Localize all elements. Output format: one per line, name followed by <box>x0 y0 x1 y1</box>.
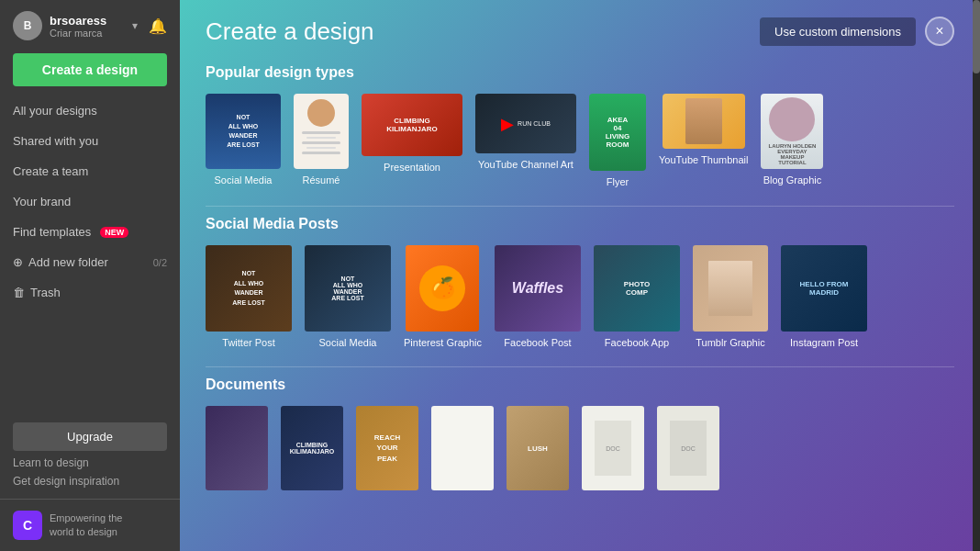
fb-post-thumb: Waffles <box>495 245 581 332</box>
social2-thumb: NOTALL WHOWANDERARE LOST <box>305 245 391 332</box>
template-social2[interactable]: NOTALL WHOWANDERARE LOST Social Media <box>305 245 391 348</box>
template-fb-post[interactable]: Waffles Facebook Post <box>495 245 581 348</box>
brand-label: Your brand <box>13 195 71 208</box>
pinterest-thumb: 🍊 <box>406 245 479 332</box>
instagram-label: Instagram Post <box>790 337 858 348</box>
social-posts-section: Social Media Posts NOTALL WHOWANDERARE L… <box>180 207 980 366</box>
doc7-thumb: DOC <box>657 406 719 490</box>
canva-logo: C <box>13 511 42 540</box>
scrollbar-thumb[interactable] <box>973 0 980 73</box>
doc6-thumb: DOC <box>582 406 644 490</box>
documents-title: Documents <box>206 377 954 393</box>
template-tumblr[interactable]: Tumblr Graphic <box>693 245 768 348</box>
doc4-thumb <box>431 406 494 490</box>
folder-label: Add new folder <box>28 255 108 269</box>
template-doc4[interactable] <box>431 406 494 490</box>
user-info: brsoaress Criar marca <box>50 14 125 39</box>
scrollbar-track[interactable] <box>973 0 980 551</box>
fb-app-thumb: PHOTOCOMP <box>594 245 680 332</box>
trash-label: Trash <box>30 286 61 299</box>
notification-icon[interactable]: 🔔 <box>149 17 167 35</box>
youtube-thumb-label: YouTube Thumbnail <box>659 154 748 165</box>
template-presentation[interactable]: CLIMBINGKILIMANJARO Presentation <box>362 94 462 187</box>
social-posts-row: NOTALL WHOWANDERARE LOST Twitter Post NO… <box>206 245 954 348</box>
sidebar-item-templates[interactable]: Find templates NEW <box>0 217 180 247</box>
template-instagram[interactable]: HELLO FROMMADRID Instagram Post <box>781 245 867 348</box>
template-pinterest[interactable]: 🍊 Pinterest Graphic <box>404 245 482 348</box>
resume-thumb <box>294 94 349 169</box>
social-media-thumb: NOTALL WHOWANDERARE LOST <box>206 94 281 169</box>
inspiration-link[interactable]: Get design inspiration <box>13 475 167 488</box>
documents-row: CLIMBINGKILIMANJARO REACHYOURPEAK <box>206 406 954 490</box>
create-design-button[interactable]: Create a design <box>13 53 167 86</box>
youtube-thumb-thumb <box>663 94 745 149</box>
documents-section: Documents CLIMBINGKILIMANJARO REACHYOURP… <box>180 367 980 509</box>
flyer-label: Flyer <box>607 176 629 187</box>
sidebar-item-create-team[interactable]: Create a team <box>0 156 180 186</box>
template-doc3[interactable]: REACHYOURPEAK <box>356 406 418 490</box>
doc2-thumb: CLIMBINGKILIMANJARO <box>281 406 343 490</box>
popular-section: Popular design types NOTALL WHOWANDERARE… <box>180 55 980 206</box>
user-profile[interactable]: B brsoaress Criar marca ▾ 🔔 <box>0 0 180 48</box>
pinterest-label: Pinterest Graphic <box>404 337 482 348</box>
twitter-thumb: NOTALL WHOWANDERARE LOST <box>206 245 292 332</box>
canva-tagline: Empowering theworld to design <box>50 512 123 540</box>
header-actions: Use custom dimensions × <box>760 17 954 46</box>
template-youtube-thumb[interactable]: YouTube Thumbnail <box>659 94 748 187</box>
sidebar-item-shared[interactable]: Shared with you <box>0 126 180 156</box>
sidebar-item-all-designs[interactable]: All your designs <box>0 96 180 126</box>
sidebar: B brsoaress Criar marca ▾ 🔔 Create a des… <box>0 0 180 551</box>
trash-icon: 🗑 <box>13 286 25 299</box>
sidebar-item-add-folder[interactable]: ⊕ Add new folder 0/2 <box>0 247 180 277</box>
page-title: Create a design <box>206 17 374 46</box>
social-posts-title: Social Media Posts <box>206 216 954 232</box>
template-resume[interactable]: Résumé <box>294 94 349 187</box>
template-doc5[interactable]: lush <box>507 406 569 490</box>
shared-label: Shared with you <box>13 134 98 148</box>
templates-label: Find templates <box>13 225 91 239</box>
template-youtube-channel[interactable]: ▶ RUN CLUB YouTube Channel Art <box>475 94 576 187</box>
presentation-thumb: CLIMBINGKILIMANJARO <box>362 94 462 156</box>
presentation-label: Presentation <box>384 162 440 173</box>
user-chevron-icon[interactable]: ▾ <box>132 19 138 32</box>
template-doc6[interactable]: DOC <box>582 406 644 490</box>
upgrade-button[interactable]: Upgrade <box>13 422 167 451</box>
avatar: B <box>13 11 42 40</box>
sidebar-nav: All your designs Shared with you Create … <box>0 96 180 411</box>
template-blog[interactable]: LAURYN HOLDENEVERYDAYMAKEUPTUTORIAL Blog… <box>761 94 823 187</box>
template-flyer[interactable]: AKEA04LIVINGROOM Flyer <box>589 94 646 187</box>
youtube-channel-thumb: ▶ RUN CLUB <box>475 94 576 153</box>
template-twitter[interactable]: NOTALL WHOWANDERARE LOST Twitter Post <box>206 245 292 348</box>
new-badge: NEW <box>100 227 128 238</box>
template-doc2[interactable]: CLIMBINGKILIMANJARO <box>281 406 343 490</box>
flyer-thumb: AKEA04LIVINGROOM <box>589 94 646 171</box>
sidebar-bottom: Upgrade Learn to design Get design inspi… <box>0 411 180 499</box>
template-doc1[interactable] <box>206 406 268 490</box>
fb-app-label: Facebook App <box>605 337 669 348</box>
doc3-thumb: REACHYOURPEAK <box>356 406 418 490</box>
twitter-label: Twitter Post <box>222 337 274 348</box>
user-name: brsoaress <box>50 14 125 28</box>
custom-dimensions-button[interactable]: Use custom dimensions <box>760 17 916 46</box>
blog-thumb: LAURYN HOLDENEVERYDAYMAKEUPTUTORIAL <box>761 94 823 169</box>
instagram-thumb: HELLO FROMMADRID <box>781 245 867 332</box>
template-fb-app[interactable]: PHOTOCOMP Facebook App <box>594 245 680 348</box>
main-header: Create a design Use custom dimensions × <box>180 0 980 55</box>
template-social-media[interactable]: NOTALL WHOWANDERARE LOST Social Media <box>206 94 281 187</box>
sidebar-item-trash[interactable]: 🗑 Trash <box>0 277 180 308</box>
all-designs-label: All your designs <box>13 104 97 118</box>
user-sub[interactable]: Criar marca <box>50 28 125 39</box>
learn-link[interactable]: Learn to design <box>13 456 167 469</box>
add-folder-icon: ⊕ <box>13 255 23 269</box>
template-doc7[interactable]: DOC <box>657 406 719 490</box>
youtube-channel-label: YouTube Channel Art <box>478 159 574 170</box>
social-media-label: Social Media <box>215 174 273 186</box>
close-button[interactable]: × <box>925 17 954 46</box>
popular-section-title: Popular design types <box>206 64 954 81</box>
popular-templates-row: NOTALL WHOWANDERARE LOST Social Media Ré… <box>206 94 954 187</box>
sidebar-item-brand[interactable]: Your brand <box>0 186 180 217</box>
canva-footer: C Empowering theworld to design <box>0 499 180 551</box>
doc1-thumb <box>206 406 268 490</box>
fb-post-label: Facebook Post <box>504 337 571 348</box>
tumblr-thumb <box>693 245 768 332</box>
